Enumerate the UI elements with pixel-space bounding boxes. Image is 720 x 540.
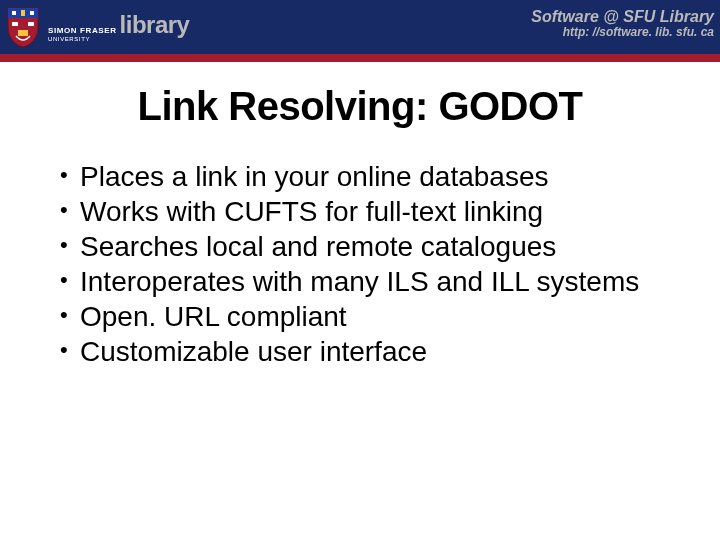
bullet-icon: • [60, 299, 80, 331]
bullet-text: Interoperates with many ILS and ILL syst… [80, 264, 670, 299]
header-bar: SIMON FRASER UNIVERSITY library Software… [0, 0, 720, 54]
bullet-text: Open. URL compliant [80, 299, 670, 334]
org-name-top: SIMON FRASER [48, 27, 117, 35]
list-item: • Searches local and remote catalogues [60, 229, 670, 264]
bullet-text: Searches local and remote catalogues [80, 229, 670, 264]
bullet-icon: • [60, 334, 80, 366]
slide: SIMON FRASER UNIVERSITY library Software… [0, 0, 720, 540]
logo-block: SIMON FRASER UNIVERSITY library [6, 6, 189, 48]
header-right: Software @ SFU Library http: //software.… [531, 8, 714, 40]
bullet-icon: • [60, 229, 80, 261]
bullet-text: Works with CUFTS for full-text linking [80, 194, 670, 229]
header-right-title: Software @ SFU Library [531, 8, 714, 26]
svg-rect-1 [12, 11, 16, 15]
shield-icon [6, 6, 40, 48]
header-right-url: http: //software. lib. sfu. ca [531, 26, 714, 40]
bullet-icon: • [60, 194, 80, 226]
list-item: • Works with CUFTS for full-text linking [60, 194, 670, 229]
bullet-icon: • [60, 264, 80, 296]
bullet-icon: • [60, 159, 80, 191]
svg-rect-2 [30, 11, 34, 15]
org-text: SIMON FRASER UNIVERSITY library [48, 13, 189, 42]
org-name-bottom: UNIVERSITY [48, 36, 117, 42]
list-item: • Customizable user interface [60, 334, 670, 369]
bullet-text: Places a link in your online databases [80, 159, 670, 194]
slide-title: Link Resolving: GODOT [0, 84, 720, 129]
slide-body: • Places a link in your online databases… [0, 159, 720, 369]
library-word: library [120, 13, 190, 37]
list-item: • Interoperates with many ILS and ILL sy… [60, 264, 670, 299]
list-item: • Open. URL compliant [60, 299, 670, 334]
list-item: • Places a link in your online databases [60, 159, 670, 194]
header-underline [0, 54, 720, 62]
svg-rect-0 [21, 10, 25, 16]
bullet-text: Customizable user interface [80, 334, 670, 369]
